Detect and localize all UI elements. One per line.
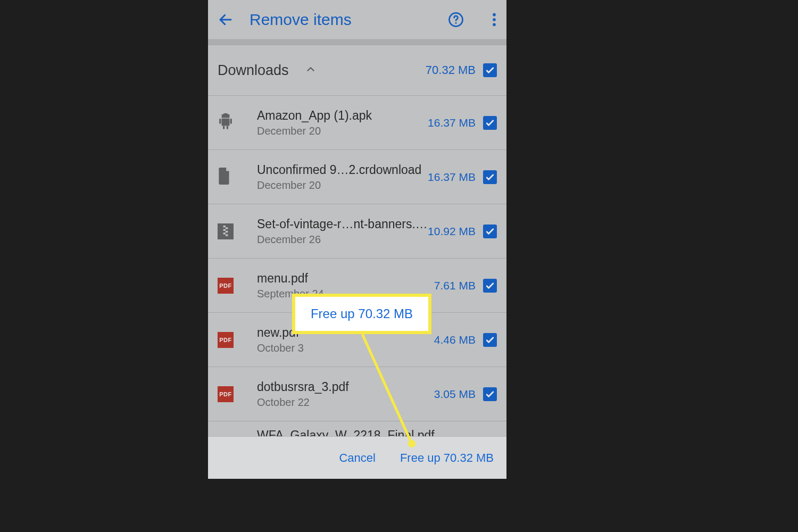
file-size: 16.37 MB [428, 117, 476, 129]
section-size: 70.32 MB [426, 63, 476, 77]
section-divider [208, 39, 506, 45]
annotation-callout: Free up 70.32 MB [292, 294, 431, 334]
chevron-up-icon [305, 63, 317, 75]
list-item[interactable]: Unconfirmed 9…2.crdownloadDecember 2016.… [208, 150, 506, 204]
file-size: 3.05 MB [434, 388, 476, 401]
svg-rect-17 [226, 234, 228, 236]
checkmark-icon [485, 172, 495, 182]
section-title: Downloads [218, 62, 289, 79]
svg-rect-7 [222, 118, 230, 126]
back-arrow-icon [218, 12, 234, 28]
file-date: October 22 [257, 396, 434, 409]
svg-point-2 [493, 13, 496, 16]
file-name: menu.pdf [257, 271, 434, 286]
help-icon [448, 12, 464, 28]
file-date: December 26 [257, 234, 428, 246]
svg-rect-9 [230, 118, 232, 123]
back-button[interactable] [218, 12, 234, 28]
file-size: 7.61 MB [434, 279, 476, 292]
file-checkbox[interactable] [483, 225, 497, 238]
file-checkbox[interactable] [483, 279, 497, 293]
file-icon [218, 168, 231, 187]
apk-icon [218, 113, 234, 133]
svg-rect-13 [226, 227, 228, 229]
svg-rect-10 [223, 126, 225, 129]
file-checkbox[interactable] [483, 116, 497, 130]
svg-rect-16 [223, 232, 226, 234]
bottom-action-bar: Cancel Free up 70.32 MB [208, 436, 506, 479]
file-list: Amazon_App (1).apkDecember 2016.37 MBUnc… [208, 96, 506, 421]
svg-rect-15 [226, 230, 228, 232]
pdf-icon: PDF [218, 386, 234, 402]
file-checkbox[interactable] [483, 387, 497, 401]
file-date: December 20 [257, 125, 428, 137]
svg-rect-11 [227, 126, 228, 129]
free-up-button[interactable]: Free up 70.32 MB [400, 451, 494, 465]
file-checkbox[interactable] [483, 333, 497, 347]
file-name: Amazon_App (1).apk [257, 109, 428, 123]
checkmark-icon [485, 226, 495, 237]
list-item[interactable]: Set-of-vintage-r…nt-banners.zipDecember … [208, 204, 506, 259]
checkmark-icon [485, 335, 495, 345]
svg-rect-14 [223, 229, 226, 230]
cancel-button[interactable]: Cancel [339, 451, 375, 465]
file-date: October 3 [257, 342, 434, 354]
file-date: December 20 [257, 179, 428, 192]
file-name: Set-of-vintage-r…nt-banners.zip [257, 217, 428, 231]
file-size: 16.37 MB [428, 171, 476, 184]
phone-frame: Remove items Downloads 70.32 MB [208, 0, 506, 479]
more-vert-icon [492, 12, 496, 27]
pdf-icon: PDF [218, 278, 234, 294]
checkmark-icon [485, 118, 495, 128]
app-bar: Remove items [208, 0, 506, 39]
annotation-text: Free up 70.32 MB [311, 306, 413, 321]
zip-icon [218, 223, 234, 239]
file-checkbox[interactable] [483, 170, 497, 184]
checkmark-icon [485, 65, 495, 76]
list-item[interactable]: PDFdotbusrsra_3.pdfOctober 223.05 MB [208, 367, 506, 421]
help-button[interactable] [448, 12, 464, 28]
checkmark-icon [485, 389, 495, 400]
svg-point-4 [493, 23, 496, 26]
file-size: 10.92 MB [428, 225, 476, 238]
page-title: Remove items [250, 11, 432, 29]
svg-rect-12 [223, 226, 226, 227]
svg-point-3 [493, 18, 496, 21]
file-name: dotbusrsra_3.pdf [257, 380, 434, 394]
list-item[interactable]: Amazon_App (1).apkDecember 2016.37 MB [208, 96, 506, 150]
svg-rect-8 [219, 118, 221, 123]
file-size: 4.46 MB [434, 334, 476, 346]
section-checkbox[interactable] [483, 63, 497, 77]
svg-point-1 [455, 22, 457, 23]
pdf-icon: PDF [218, 332, 234, 348]
checkmark-icon [485, 280, 495, 291]
file-name: Unconfirmed 9…2.crdownload [257, 163, 428, 177]
more-options-button[interactable] [492, 12, 497, 27]
section-header-downloads[interactable]: Downloads 70.32 MB [208, 45, 506, 96]
collapse-toggle[interactable] [305, 63, 317, 77]
